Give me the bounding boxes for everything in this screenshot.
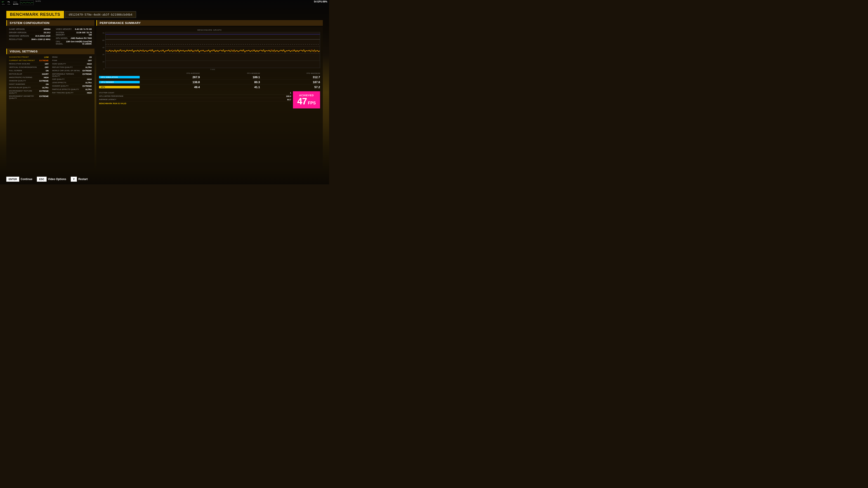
table-row: CURRENT SETTING PRESET EXTREME [9,59,49,62]
table-row: MOTION BLUR QUALITY ULTRA [9,86,49,90]
system-config-section: SYSTEM CONFIGURATION GAME VERSION 435064… [6,20,94,47]
fps-waveform [105,32,320,68]
table-row: WORLD CAR LEVEL OF DETAIL EXTREME [52,69,92,72]
achievement-fps-unit: FPS [308,101,316,105]
hw-box-cpu: 7% CPU [6,0,11,6]
main-container: BENCHMARK RESULTS d9123479-579e-4ed4-ab3… [6,11,323,171]
btn-y-group[interactable]: Y Restart [71,177,88,182]
table-row: ANISOTROPIC FILTERING HIGH [9,76,49,79]
vs-col-right: MSAA 2X FXAA OFF SSAO QUALITY HIGH [52,56,92,100]
table-row: PARTICLE EFFECTS QUALITY ULTRA [52,88,92,91]
config-table: GAME VERSION 435064 DRIVER VERSION 23.10… [9,28,92,45]
continue-label: Continue [21,177,32,181]
table-row: GPU LIMITED PERCENTAGE 100.0 [99,95,291,98]
table-row: MSAA 2X [52,56,92,59]
table-row: SYSTEM MEMORY 13.36 GB / 31.75 GB [51,31,92,37]
gpu-overlay-text: 54 GPU:99% [314,0,327,3]
table-row: ENVIRONMENT GEOMETRY QUALITY EXTREME [9,95,49,100]
d3d-fps: 54 FPS [13,3,18,5]
y-axis: 75 60 45 30 15 0 [99,32,105,70]
achievement-fps-display: 47 FPS [297,97,316,106]
esc-key[interactable]: Esc [37,177,46,182]
header-avg: FPS AVERAGE [140,72,200,74]
table-row: SSR QUALITY HIGH [52,78,92,81]
vs-grid: SUGGESTED PRESET LOW CURRENT SETTING PRE… [9,56,92,100]
achievement-box: ACHIEVED 47 FPS [293,91,320,108]
table-row: LENS EFFECTS ULTRA [52,81,92,85]
performance-body: BENCHMARK GRAPH 75 60 45 30 15 0 [96,27,323,169]
table-row: GPU MODEL AMD Radeon RX 7600 [51,37,92,40]
benchmark-header: BENCHMARK RESULTS d9123479-579e-4ed4-ab3… [6,11,323,18]
table-row: GPU 49.4 41.1 57.2 [99,85,320,90]
header-max: FPS MAXIMUM [260,72,320,74]
fps-mini-graph [20,0,34,5]
table-row: SSAO QUALITY HIGH [52,62,92,66]
btn-enter-group[interactable]: Enter Continue [6,177,32,182]
table-row: SHADER QUALITY EXTREME [52,85,92,88]
benchmark-graph: 75 60 45 30 15 0 [99,32,320,70]
performance-header: PERFORMANCE SUMMARY [96,20,323,26]
y-key[interactable]: Y [71,177,77,182]
config-col-right: VIDEO MEMORY 8.46 GB / 6.79 GB SYSTEM ME… [51,28,92,45]
video-options-label: Video Options [48,177,66,181]
table-row: CPU MODEL 13th Gen Intel(R) Core(TM) i5-… [51,40,92,45]
table-row: CPU SIMULATION 267.9 189.1 312.7 [99,75,320,80]
table-row: STUTTER COUNT 1 [99,91,291,95]
table-row: AVERAGE LATENCY 64.7 [99,98,291,101]
config-col-left: GAME VERSION 435064 DRIVER VERSION 23.10… [9,28,51,45]
left-panel: SYSTEM CONFIGURATION GAME VERSION 435064… [6,20,94,169]
hw-monitor: 67° GPU 7% CPU D3D12 54 FPS 54 FPS [1,0,41,6]
table-row: RESOLUTION SCALING OFF [9,62,49,66]
table-row: WINDOWS VERSION 10.0.22621.2428 [9,34,51,38]
cpu-usage: 7% [7,1,10,3]
table-row: SUGGESTED PRESET LOW [9,56,49,59]
table-row: DEFORMABLE TERRAIN QUALITY EXTREME [52,72,92,78]
misc-stats: STUTTER COUNT 1 GPU LIMITED PERCENTAGE 1… [99,91,291,105]
gpu-temp: 67° [2,1,4,3]
visual-settings-body: SUGGESTED PRESET LOW CURRENT SETTING PRE… [6,54,94,169]
badge-cpu-render: CPU RENDER [99,81,140,84]
vs-col-left: SUGGESTED PRESET LOW CURRENT SETTING PRE… [9,56,49,100]
table-row: RAY TRACING QUALITY HIGH [52,91,92,95]
table-row: RESOLUTION 3840 x 2160 @ 60Hz [9,38,51,41]
hw-box-d3d: D3D12 54 FPS [12,0,19,6]
badge-cpu-sim: CPU SIMULATION [99,76,140,78]
bottom-stats: STUTTER COUNT 1 GPU LIMITED PERCENTAGE 1… [99,91,320,108]
table-row: VERTICAL SYNCHRONIZATION OFF [9,66,49,69]
restart-label: Restart [78,177,88,181]
table-row: MOTION BLUR SHORT [9,72,49,76]
table-row: FXAA OFF [52,59,92,62]
benchmark-title: BENCHMARK RESULTS [6,11,64,18]
table-row: REFLECTION QUALITY ULTRA [52,66,92,69]
graph-canvas [105,32,320,68]
visual-settings-header: VISUAL SETTINGS [6,48,94,54]
benchmark-id: d9123479-579e-4ed4-ab3f-b21986cbd4b4 [65,11,136,18]
table-row: NIGHT SHADOWS ON [9,83,49,86]
graph-title: BENCHMARK GRAPH [99,29,320,31]
enter-key[interactable]: Enter [6,177,19,182]
stats-headers: FPS AVERAGE FPS MINIMUM FPS MAXIMUM [99,72,320,74]
hw-box-gpu: 67° GPU [1,0,6,6]
gpu-overlay: 54 GPU:99% [314,0,327,3]
table-row: CPU RENDER 138.8 80.3 187.6 [99,80,320,85]
system-config-body: GAME VERSION 435064 DRIVER VERSION 23.10… [6,26,94,47]
header-min: FPS MINIMUM [200,72,260,74]
visual-settings-section: VISUAL SETTINGS SUGGESTED PRESET LOW CUR… [6,48,94,169]
table-row: GAME VERSION 435064 [9,28,51,31]
graph-x-label: TIME [105,68,320,70]
bottom-bar: Enter Continue Esc Video Options Y Resta… [6,177,88,182]
table-row: FULL SCREEN ON [9,69,49,72]
table-row: SHADOW QUALITY EXTREME [9,79,49,83]
badge-gpu: GPU [99,86,140,88]
btn-esc-group[interactable]: Esc Video Options [37,177,66,182]
fps-label: 54 FPS [35,0,41,2]
right-panel: PERFORMANCE SUMMARY BENCHMARK GRAPH 75 6… [96,20,323,169]
achievement-fps: 47 [297,96,307,106]
valid-label: BENCHMARK RUN IS VALID [99,102,291,105]
content-row: SYSTEM CONFIGURATION GAME VERSION 435064… [6,20,323,169]
table-row: VIDEO MEMORY 8.46 GB / 6.79 GB [51,28,92,31]
system-config-header: SYSTEM CONFIGURATION [6,20,94,26]
table-row: ENVIRONMENT TEXTURE QUALITY EXTREME [9,90,49,95]
table-row: DRIVER VERSION 23.10.2 [9,31,51,34]
stats-section: FPS AVERAGE FPS MINIMUM FPS MAXIMUM CPU … [99,72,320,90]
